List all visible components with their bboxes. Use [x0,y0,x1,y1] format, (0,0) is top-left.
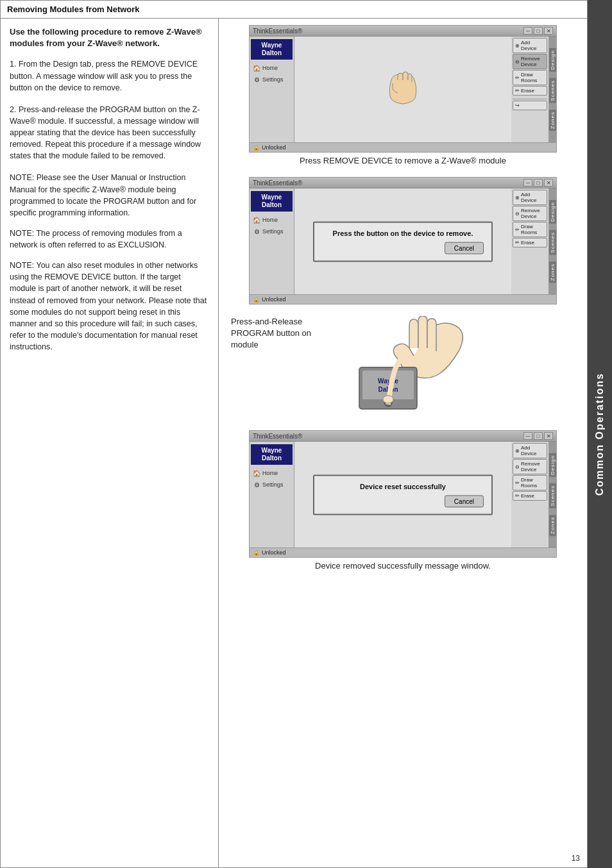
win2-remove-device-btn[interactable]: ⊖ Remove Device [513,206,547,221]
home3-icon: 🏠 [253,469,260,477]
dialog2-text: Press the button on the device to remove… [333,229,473,237]
remove3-icon: ⊖ [515,464,520,470]
module-label3: module [231,339,334,351]
win1-logo: Wayne Dalton [251,39,293,60]
lock3-icon: 🔒 [253,549,260,556]
win1-body: Wayne Dalton 🏠 Home ⚙ Settings [250,37,556,142]
win2-add-device-btn[interactable]: ⊕ Add Device [513,190,547,205]
page-header: Removing Modules from Network [1,1,587,19]
win3-status: 🔒 Unlocked [250,547,556,557]
draw2-icon: ✏ [515,227,520,233]
win3-buttons: ⊕ Add Device ⊖ Remove Device ✏ [511,442,548,547]
erase-icon: ✏ [515,88,520,94]
intro-text: Use the following procedure to remove Z-… [10,26,209,49]
page-title: Removing Modules from Network [7,4,140,14]
settings3-icon: ⚙ [253,481,260,488]
zones2-tab[interactable]: Zones [549,262,556,283]
win2-nav-home[interactable]: 🏠 Home [251,214,293,226]
dialog3-cancel-btn[interactable]: Cancel [445,495,484,507]
win3-add-device-btn[interactable]: ⊕ Add Device [513,443,547,458]
win2-buttons: ⊕ Add Device ⊖ Remove Device ✏ [511,188,548,294]
win1-btn-min[interactable]: ─ [523,27,532,35]
win1-btn-max[interactable]: □ [534,27,543,35]
win1-nav-settings[interactable]: ⚙ Settings [251,74,293,85]
win3-btn-close[interactable]: ✕ [544,432,553,440]
note2-text: NOTE: The process of removing modules fr… [10,228,209,251]
design-tab[interactable]: Design [549,48,556,72]
settings-icon: ⚙ [253,76,260,83]
win2-right-section: ⊕ Add Device ⊖ Remove Device ✏ [511,188,556,294]
win3-erase-btn[interactable]: ✏ Erase [513,491,547,501]
step2-text: 2. Press-and-release the PROGRAM button … [10,104,209,162]
screenshot2-block: ThinkEssentials® ─ □ ✕ Wayne [228,177,578,305]
scenes3-tab[interactable]: Scenes [549,483,556,508]
dialog3: Device reset successfully Cancel [313,474,493,515]
logo3-line2: Dalton [252,455,291,462]
add-icon: ⊕ [515,43,520,49]
win2-left-nav: Wayne Dalton 🏠 Home ⚙ Settings [250,188,294,294]
win2-btn-min[interactable]: ─ [523,179,532,187]
dialog2-cancel-btn[interactable]: Cancel [445,242,484,254]
remove-icon: ⊖ [515,59,520,65]
scenes-tab[interactable]: Scenes [549,78,556,103]
remove2-icon: ⊖ [515,211,520,217]
win1-main [294,37,511,142]
win3-remove-device-btn[interactable]: ⊖ Remove Device [513,459,547,474]
win2-body: Wayne Dalton 🏠 Home ⚙ Settings [250,188,556,294]
left-column: Use the following procedure to remove Z-… [1,19,219,867]
win2-btn-max[interactable]: □ [534,179,543,187]
win3-nav-settings[interactable]: ⚙ Settings [251,479,293,490]
zones-icon: ↪ [515,103,520,108]
win3-left-nav: Wayne Dalton 🏠 Home ⚙ Settings [250,442,294,547]
scenes2-tab[interactable]: Scenes [549,230,556,255]
svg-text:Wayne: Wayne [378,378,398,385]
win2-status: 🔒 Unlocked [250,294,556,304]
win2-nav-settings[interactable]: ⚙ Settings [251,226,293,237]
lock-icon: 🔒 [253,144,260,151]
logo3-line1: Wayne [252,447,291,455]
win1-titlebar: ThinkEssentials® ─ □ ✕ [250,26,556,37]
win1-controls: ─ □ ✕ [523,27,553,35]
status2-label: Unlocked [262,296,286,303]
win3-nav-home[interactable]: 🏠 Home [251,467,293,479]
win3-titlebar: ThinkEssentials® ─ □ ✕ [250,431,556,442]
draw-icon: ✏ [515,75,520,81]
zones-tab[interactable]: Zones [549,110,556,131]
win2-erase-btn[interactable]: ✏ Erase [513,238,547,247]
screenshot3-caption: Device removed successfully message wind… [315,561,491,571]
win3-body: Wayne Dalton 🏠 Home ⚙ Settings [250,442,556,547]
dialog2: Press the button on the device to remove… [313,221,493,262]
win1-btn-close[interactable]: ✕ [544,27,553,35]
design2-tab[interactable]: Design [549,200,556,224]
screenshot2: ThinkEssentials® ─ □ ✕ Wayne [249,177,557,305]
win3-btn-min[interactable]: ─ [523,432,532,440]
win2-btn-close[interactable]: ✕ [544,179,553,187]
win1-nav-home[interactable]: 🏠 Home [251,62,293,74]
module-image: Wayne Dalton [340,316,481,419]
win3-controls: ─ □ ✕ [523,432,553,440]
win3-tab-strip: Design Scenes Zones [548,442,556,547]
draw-rooms-btn[interactable]: ✏ Draw Rooms [513,70,547,85]
win2-draw-rooms-btn[interactable]: ✏ Draw Rooms [513,222,547,237]
win3-draw-rooms-btn[interactable]: ✏ Draw Rooms [513,475,547,490]
design3-tab[interactable]: Design [549,453,556,477]
win2-title: ThinkEssentials® [253,179,302,187]
win3-btn-max[interactable]: □ [534,432,543,440]
zones-btn[interactable]: ↪ [513,101,547,110]
screenshot3: ThinkEssentials® ─ □ ✕ Wayne [249,430,557,558]
content-columns: Use the following procedure to remove Z-… [1,19,587,867]
win3-main: Device reset successfully Cancel [294,442,511,547]
erase-btn[interactable]: ✏ Erase [513,86,547,96]
remove-device-btn[interactable]: ⊖ Remove Device [513,54,547,69]
zones3-tab[interactable]: Zones [549,515,556,536]
module-illustration: Wayne Dalton [340,316,481,419]
page-number: 13 [572,854,580,863]
erase2-icon: ✏ [515,240,520,246]
home-icon: 🏠 [253,64,260,72]
right-column: ThinkEssentials® ─ □ ✕ [219,19,587,867]
screenshot1-block: ThinkEssentials® ─ □ ✕ [228,25,578,165]
settings2-icon: ⚙ [253,228,260,235]
add-device-btn[interactable]: ⊕ Add Device [513,38,547,53]
right-sidebar: Common Operations [588,0,612,868]
win2-controls: ─ □ ✕ [523,179,553,187]
